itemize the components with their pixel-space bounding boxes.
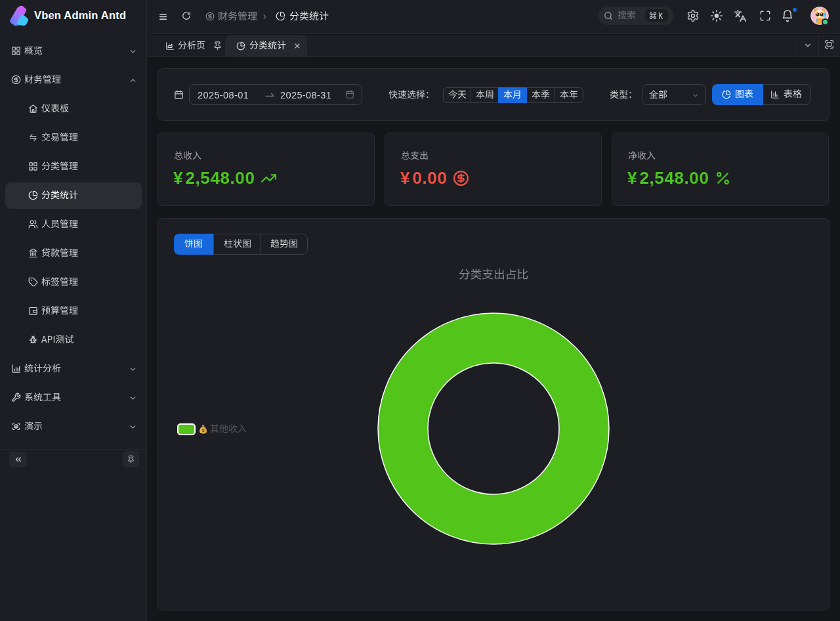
svg-text:$: $ — [202, 428, 205, 433]
